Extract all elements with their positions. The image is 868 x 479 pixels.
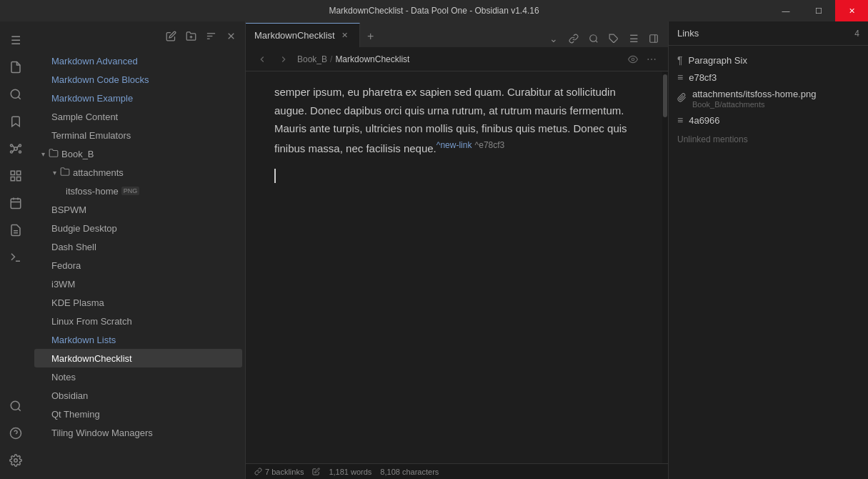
search-icon[interactable] bbox=[3, 82, 29, 107]
files-icon[interactable] bbox=[3, 54, 29, 80]
sidebar-item-markdown-lists[interactable]: Markdown Lists bbox=[34, 330, 242, 349]
blocks-icon[interactable] bbox=[3, 163, 29, 189]
sidebar-toggle-icon[interactable]: ☰ bbox=[3, 27, 29, 53]
editor-area[interactable]: semper ipsum, eu pharetra ex sapien sed … bbox=[246, 71, 662, 463]
nav-back-button[interactable] bbox=[254, 51, 270, 67]
bookmarks-icon[interactable] bbox=[3, 109, 29, 134]
tab-label: MarkdownChecklist bbox=[254, 30, 335, 41]
link-item-4a6966[interactable]: ≡ 4a6966 bbox=[669, 112, 868, 129]
search-bottom-icon[interactable] bbox=[3, 393, 29, 419]
sidebar-item-markdownchecklist[interactable]: MarkdownChecklist bbox=[34, 349, 242, 367]
sidebar-item-kde-plasma[interactable]: KDE Plasma bbox=[34, 293, 242, 312]
sidebar-item-markdown-advanced[interactable]: Markdown Advanced bbox=[34, 51, 242, 70]
right-panel-header: Links 4 bbox=[669, 21, 868, 46]
svg-line-1 bbox=[18, 97, 20, 99]
sidebar-item-tiling-window-managers[interactable]: Tiling Window Managers bbox=[34, 423, 242, 442]
window-controls: — ☐ ✕ bbox=[769, 0, 868, 21]
maximize-button[interactable]: ☐ bbox=[802, 0, 835, 21]
svg-rect-13 bbox=[17, 177, 21, 181]
tab-close-button[interactable]: ✕ bbox=[339, 30, 351, 41]
svg-point-6 bbox=[19, 151, 21, 153]
more-options-button[interactable]: ☰ bbox=[625, 30, 642, 47]
table-icon-2: ≡ bbox=[677, 114, 683, 126]
terminal-icon[interactable] bbox=[3, 245, 29, 270]
svg-line-34 bbox=[596, 41, 598, 43]
link-item-paragraph-six[interactable]: ¶ Paragraph Six bbox=[669, 51, 868, 69]
tab-right-controls: ⌄ ☰ bbox=[545, 30, 668, 47]
right-panel-content: ¶ Paragraph Six ≡ e78cf3 attachments/its… bbox=[669, 46, 868, 479]
search-in-file-button[interactable] bbox=[585, 30, 602, 47]
toggle-right-panel-button[interactable] bbox=[645, 30, 662, 47]
sort-button[interactable] bbox=[202, 27, 219, 44]
svg-line-7 bbox=[13, 146, 15, 149]
svg-line-8 bbox=[17, 146, 19, 149]
editor-paragraph: semper ipsum, eu pharetra ex sapien sed … bbox=[274, 83, 634, 157]
sidebar-item-fedora[interactable]: Fedora bbox=[34, 256, 242, 275]
tab-dropdown-button[interactable]: ⌄ bbox=[545, 30, 562, 47]
templates-icon[interactable] bbox=[3, 217, 29, 243]
edit-status[interactable] bbox=[312, 468, 320, 475]
backlinks-status[interactable]: 7 backlinks bbox=[254, 468, 304, 476]
folder-arrow-icon: ▾ bbox=[37, 148, 49, 159]
graph-icon[interactable] bbox=[3, 136, 29, 162]
sidebar-item-i3wm[interactable]: i3WM bbox=[34, 275, 242, 293]
chars-label: 8,108 characters bbox=[380, 468, 439, 476]
sidebar-item-markdown-example[interactable]: Markdown Example bbox=[34, 89, 242, 107]
sidebar-folder-attachments[interactable]: ▾ attachments bbox=[34, 163, 242, 182]
attachments-arrow-icon: ▾ bbox=[49, 167, 60, 178]
svg-point-4 bbox=[19, 144, 21, 147]
link-item-attachment[interactable]: attachments/itsfoss-home.png Book_B/atta… bbox=[669, 86, 868, 112]
svg-point-38 bbox=[632, 58, 634, 61]
copy-link-button[interactable] bbox=[565, 30, 582, 47]
close-sidebar-button[interactable] bbox=[222, 27, 239, 44]
tags-button[interactable] bbox=[605, 30, 622, 47]
editor-header: Book_B / MarkdownChecklist ⋯ bbox=[246, 47, 668, 71]
svg-point-33 bbox=[590, 35, 597, 41]
sidebar-item-qt-theming[interactable]: Qt Theming bbox=[34, 405, 242, 423]
breadcrumb-parent[interactable]: Book_B bbox=[297, 54, 327, 64]
settings-icon[interactable] bbox=[3, 448, 29, 473]
sidebar-item-itsfoss-home[interactable]: itsfoss-home PNG bbox=[34, 182, 242, 200]
app: ☰ bbox=[0, 21, 868, 479]
sidebar-item-obsidian[interactable]: Obsidian bbox=[34, 386, 242, 405]
words-label: 1,181 words bbox=[329, 468, 371, 476]
scrollbar-thumb[interactable] bbox=[663, 74, 667, 117]
char-count: 8,108 characters bbox=[380, 468, 439, 476]
sidebar-item-budgie-desktop[interactable]: Budgie Desktop bbox=[34, 219, 242, 237]
sidebar-item-markdown-code-blocks[interactable]: Markdown Code Blocks bbox=[34, 70, 242, 89]
sidebar-item-terminal-emulators[interactable]: Terminal Emulators bbox=[34, 126, 242, 144]
titlebar: MarkdownChecklist - Data Pool One - Obsi… bbox=[0, 0, 868, 21]
more-editor-options-button[interactable]: ⋯ bbox=[644, 51, 659, 67]
breadcrumb-separator: / bbox=[330, 54, 332, 64]
svg-point-25 bbox=[14, 459, 18, 463]
main-content: MarkdownChecklist ✕ + ⌄ ☰ bbox=[246, 21, 668, 479]
calendar-icon[interactable] bbox=[3, 190, 29, 216]
new-tab-button[interactable]: + bbox=[360, 26, 381, 47]
help-icon[interactable] bbox=[3, 420, 29, 446]
sidebar-item-bspwm[interactable]: BSPWM bbox=[34, 200, 242, 219]
link-item-e78cf3[interactable]: ≡ e78cf3 bbox=[669, 69, 868, 86]
sidebar-item-sample-content[interactable]: Sample Content bbox=[34, 107, 242, 126]
new-note-button[interactable] bbox=[162, 27, 179, 44]
minimize-button[interactable]: — bbox=[769, 0, 802, 21]
tab-markdownchecklist[interactable]: MarkdownChecklist ✕ bbox=[246, 23, 360, 47]
activity-bar-bottom bbox=[3, 393, 29, 479]
attachment-icon bbox=[677, 93, 687, 104]
sidebar: Markdown Advanced Markdown Code Blocks M… bbox=[31, 21, 246, 479]
editor-scrollbar[interactable] bbox=[662, 71, 668, 463]
tab-bar: MarkdownChecklist ✕ + ⌄ ☰ bbox=[246, 21, 668, 47]
sidebar-item-notes[interactable]: Notes bbox=[34, 367, 242, 386]
editor-wrapper: semper ipsum, eu pharetra ex sapien sed … bbox=[246, 71, 668, 463]
text-cursor bbox=[274, 169, 276, 183]
sidebar-folder-book-b[interactable]: ▾ Book_B bbox=[34, 144, 242, 163]
sidebar-item-dash-shell[interactable]: Dash Shell bbox=[34, 237, 242, 256]
unlinked-mentions-header[interactable]: Unlinked mentions bbox=[669, 129, 868, 150]
reading-view-button[interactable] bbox=[625, 51, 641, 67]
breadcrumb-current: MarkdownChecklist bbox=[335, 54, 409, 64]
sidebar-item-linux-from-scratch[interactable]: Linux From Scratch bbox=[34, 312, 242, 330]
attachments-folder-icon bbox=[60, 167, 70, 179]
close-button[interactable]: ✕ bbox=[835, 0, 868, 21]
link-label-paragraph-six: Paragraph Six bbox=[689, 55, 747, 66]
nav-forward-button[interactable] bbox=[276, 51, 291, 67]
new-folder-button[interactable] bbox=[182, 27, 199, 44]
